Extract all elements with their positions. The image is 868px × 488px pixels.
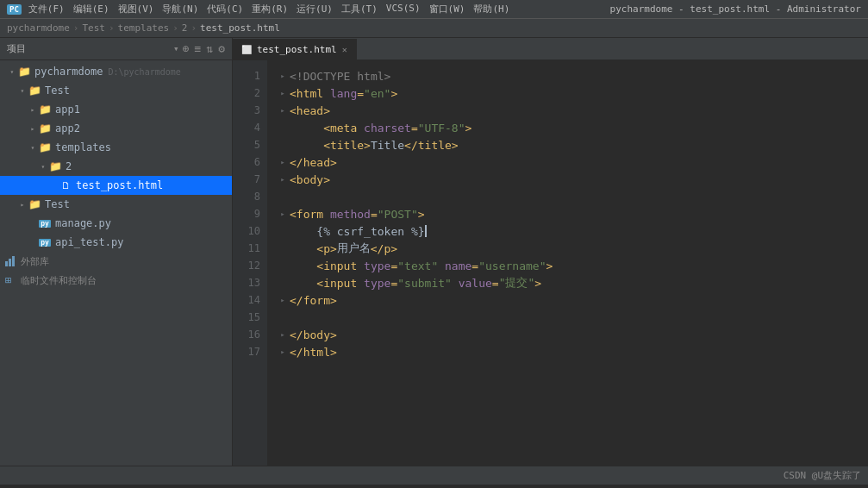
tree-label-app2: app2 xyxy=(55,122,80,135)
py-file-icon: py xyxy=(38,236,52,248)
tree-label-2: 2 xyxy=(66,160,72,172)
fold-16[interactable]: ▸ xyxy=(278,329,288,340)
folder-icon: 📁 xyxy=(38,141,52,153)
folder-icon: 📁 xyxy=(38,122,52,135)
fold-2[interactable]: ▸ xyxy=(278,88,288,98)
library-icon xyxy=(5,256,17,266)
code-line-3: ▸ <head> xyxy=(278,102,868,119)
line-num-2: 2 xyxy=(233,84,267,102)
menu-vcs[interactable]: VCS(S) xyxy=(386,3,421,16)
expand-arrow: ▸ xyxy=(28,123,38,134)
breadcrumb-2[interactable]: 2 xyxy=(182,22,188,34)
code-editor[interactable]: 1 2 3 4 5 6 7 8 9 10 11 12 13 14 15 16 1… xyxy=(233,60,868,466)
tree-item-pycharmdome[interactable]: ▾ 📁 pycharmdome D:\pycharmdome xyxy=(0,62,232,81)
breadcrumb-pycharmdome[interactable]: pycharmdome xyxy=(7,22,70,34)
fold-1[interactable]: ▸ xyxy=(278,71,288,81)
tree-item-templates[interactable]: ▾ 📁 templates xyxy=(0,138,232,157)
breadcrumb-templates[interactable]: templates xyxy=(118,22,170,34)
fold-7[interactable]: ▸ xyxy=(278,174,288,185)
locate-icon[interactable]: ⊕ xyxy=(183,42,190,55)
code-line-16: ▸ </body> xyxy=(278,326,868,343)
fold-17[interactable]: ▸ xyxy=(278,347,288,357)
breadcrumb-file[interactable]: test_post.html xyxy=(200,22,280,34)
settings-icon[interactable]: ⚙ xyxy=(218,42,225,55)
console-icon: ⊞ xyxy=(5,274,17,286)
sidebar: 项目 ▾ ⊕ ≡ ⇅ ⚙ ▾ 📁 pycharmdome D:\pycharmd… xyxy=(0,38,233,466)
menu-code[interactable]: 代码(C) xyxy=(207,3,243,16)
code-line-7: ▸ <body> xyxy=(278,171,868,188)
line-num-7: 7 xyxy=(233,171,267,188)
tree-item-app2[interactable]: ▸ 📁 app2 xyxy=(0,119,232,138)
tab-label: test_post.html xyxy=(257,44,337,55)
temp-files-console[interactable]: ⊞ 临时文件和控制台 xyxy=(0,271,232,290)
code-text-1: <!DOCTYPE html> xyxy=(290,70,390,83)
tree-label-templates: templates xyxy=(55,141,111,153)
collapse-icon[interactable]: ≡ xyxy=(195,42,202,55)
tree-label-pycharmdome: pycharmdome xyxy=(34,66,103,78)
breadcrumb: pycharmdome › Test › templates › 2 › tes… xyxy=(0,19,868,38)
tree-item-app1[interactable]: ▸ 📁 app1 xyxy=(0,100,232,119)
line-num-13: 13 xyxy=(233,274,267,291)
tab-close-button[interactable]: ✕ xyxy=(342,45,347,54)
menu-window[interactable]: 窗口(W) xyxy=(429,3,465,16)
folder-icon: 📁 xyxy=(17,66,31,78)
code-line-6: ▸ </head> xyxy=(278,153,868,171)
code-text-3: <head> xyxy=(290,104,330,117)
fold-14[interactable]: ▸ xyxy=(278,295,288,305)
line-num-5: 5 xyxy=(233,136,267,153)
tree-label-app1: app1 xyxy=(55,103,80,116)
menu-navigate[interactable]: 导航(N) xyxy=(162,3,198,16)
tree-item-test-post-html[interactable]: 🗋 test_post.html xyxy=(0,176,232,195)
menu-refactor[interactable]: 重构(R) xyxy=(252,3,288,16)
tree-item-test2[interactable]: ▸ 📁 Test xyxy=(0,195,232,214)
external-libraries[interactable]: 外部库 xyxy=(0,252,232,271)
tree-label-api-test-py: api_test.py xyxy=(55,236,123,248)
fold-3[interactable]: ▸ xyxy=(278,105,288,116)
sidebar-title: 项目 xyxy=(7,42,173,55)
breadcrumb-test[interactable]: Test xyxy=(82,22,105,34)
menu-bar[interactable]: 文件(F) 编辑(E) 视图(V) 导航(N) 代码(C) 重构(R) 运行(U… xyxy=(28,3,610,16)
line-numbers: 1 2 3 4 5 6 7 8 9 10 11 12 13 14 15 16 1… xyxy=(233,60,267,466)
line-num-6: 6 xyxy=(233,153,267,171)
tab-test-post-html[interactable]: ⬜ test_post.html ✕ xyxy=(233,39,357,59)
fold-6[interactable]: ▸ xyxy=(278,157,288,167)
code-content[interactable]: ▸ <!DOCTYPE html> ▸ <html lang="en"> ▸ <… xyxy=(267,60,868,466)
expand-arrow: ▾ xyxy=(38,161,48,172)
tree-item-2[interactable]: ▾ 📁 2 xyxy=(0,157,232,176)
tree-item-api-test-py[interactable]: py api_test.py xyxy=(0,233,232,252)
code-line-17: ▸ </html> xyxy=(278,343,868,360)
sidebar-dropdown-arrow[interactable]: ▾ xyxy=(173,43,179,54)
menu-view[interactable]: 视图(V) xyxy=(118,3,154,16)
menu-tools[interactable]: 工具(T) xyxy=(341,3,378,16)
code-attr-2: lang xyxy=(330,87,357,100)
watermark: CSDN @U盘失踪了 xyxy=(784,469,861,482)
menu-file[interactable]: 文件(F) xyxy=(28,3,65,16)
code-close-2: > xyxy=(390,87,397,100)
tree-label-test2: Test xyxy=(45,198,70,210)
external-libraries-label: 外部库 xyxy=(21,255,49,268)
menu-help[interactable]: 帮助(H) xyxy=(473,3,509,16)
code-line-2: ▸ <html lang="en"> xyxy=(278,84,868,102)
line-num-9: 9 xyxy=(233,205,267,222)
tree-item-test[interactable]: ▾ 📁 Test xyxy=(0,81,232,100)
sidebar-toolbar: ⊕ ≡ ⇅ ⚙ xyxy=(183,42,225,55)
sidebar-header: 项目 ▾ ⊕ ≡ ⇅ ⚙ xyxy=(0,38,232,60)
code-line-4: ▸ <meta charset="UTF-8"> xyxy=(278,119,868,136)
menu-run[interactable]: 运行(U) xyxy=(297,3,333,16)
breadcrumb-sep-3: › xyxy=(172,22,178,34)
tree-item-manage-py[interactable]: py manage.py xyxy=(0,214,232,233)
menu-edit[interactable]: 编辑(E) xyxy=(73,3,109,16)
line-num-1: 1 xyxy=(233,67,267,84)
code-line-8: ▸ xyxy=(278,188,868,205)
tree-label-test: Test xyxy=(45,84,70,97)
html-file-icon: 🗋 xyxy=(59,179,72,191)
breadcrumb-sep-4: › xyxy=(190,22,197,34)
no-arrow xyxy=(28,237,38,247)
sort-icon[interactable]: ⇅ xyxy=(206,42,213,55)
fold-9[interactable]: ▸ xyxy=(278,209,288,219)
expand-arrow: ▾ xyxy=(17,85,28,96)
expand-arrow: ▸ xyxy=(28,104,38,115)
line-num-12: 12 xyxy=(233,257,267,274)
line-num-11: 11 xyxy=(233,240,267,257)
code-line-5: ▸ <title>Title</title> xyxy=(278,136,868,153)
